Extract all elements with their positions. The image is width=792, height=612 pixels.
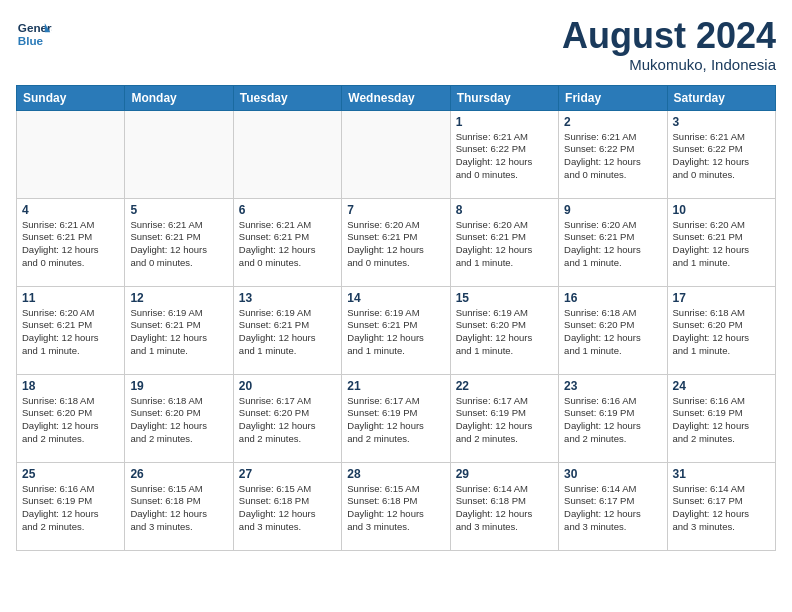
calendar-cell: [125, 110, 233, 198]
day-number: 26: [130, 467, 227, 481]
day-number: 3: [673, 115, 770, 129]
day-number: 23: [564, 379, 661, 393]
calendar-cell: 21Sunrise: 6:17 AM Sunset: 6:19 PM Dayli…: [342, 374, 450, 462]
location: Mukomuko, Indonesia: [562, 56, 776, 73]
calendar-cell: 19Sunrise: 6:18 AM Sunset: 6:20 PM Dayli…: [125, 374, 233, 462]
svg-text:Blue: Blue: [18, 34, 44, 47]
day-number: 10: [673, 203, 770, 217]
day-info: Sunrise: 6:14 AM Sunset: 6:17 PM Dayligh…: [673, 483, 770, 534]
calendar-cell: 29Sunrise: 6:14 AM Sunset: 6:18 PM Dayli…: [450, 462, 558, 550]
day-info: Sunrise: 6:20 AM Sunset: 6:21 PM Dayligh…: [456, 219, 553, 270]
calendar-cell: 30Sunrise: 6:14 AM Sunset: 6:17 PM Dayli…: [559, 462, 667, 550]
calendar-week-2: 4Sunrise: 6:21 AM Sunset: 6:21 PM Daylig…: [17, 198, 776, 286]
day-info: Sunrise: 6:17 AM Sunset: 6:20 PM Dayligh…: [239, 395, 336, 446]
day-info: Sunrise: 6:20 AM Sunset: 6:21 PM Dayligh…: [347, 219, 444, 270]
day-info: Sunrise: 6:19 AM Sunset: 6:21 PM Dayligh…: [239, 307, 336, 358]
calendar-table: SundayMondayTuesdayWednesdayThursdayFrid…: [16, 85, 776, 551]
day-info: Sunrise: 6:21 AM Sunset: 6:22 PM Dayligh…: [673, 131, 770, 182]
day-number: 14: [347, 291, 444, 305]
weekday-header-monday: Monday: [125, 85, 233, 110]
day-number: 19: [130, 379, 227, 393]
day-info: Sunrise: 6:18 AM Sunset: 6:20 PM Dayligh…: [673, 307, 770, 358]
calendar-cell: 6Sunrise: 6:21 AM Sunset: 6:21 PM Daylig…: [233, 198, 341, 286]
day-number: 22: [456, 379, 553, 393]
calendar-cell: 23Sunrise: 6:16 AM Sunset: 6:19 PM Dayli…: [559, 374, 667, 462]
day-info: Sunrise: 6:18 AM Sunset: 6:20 PM Dayligh…: [130, 395, 227, 446]
day-info: Sunrise: 6:17 AM Sunset: 6:19 PM Dayligh…: [347, 395, 444, 446]
day-info: Sunrise: 6:14 AM Sunset: 6:17 PM Dayligh…: [564, 483, 661, 534]
day-info: Sunrise: 6:15 AM Sunset: 6:18 PM Dayligh…: [130, 483, 227, 534]
calendar-cell: 13Sunrise: 6:19 AM Sunset: 6:21 PM Dayli…: [233, 286, 341, 374]
day-info: Sunrise: 6:16 AM Sunset: 6:19 PM Dayligh…: [22, 483, 119, 534]
day-number: 17: [673, 291, 770, 305]
day-info: Sunrise: 6:19 AM Sunset: 6:20 PM Dayligh…: [456, 307, 553, 358]
month-title: August 2024: [562, 16, 776, 56]
weekday-header-saturday: Saturday: [667, 85, 775, 110]
day-info: Sunrise: 6:20 AM Sunset: 6:21 PM Dayligh…: [22, 307, 119, 358]
calendar-cell: 31Sunrise: 6:14 AM Sunset: 6:17 PM Dayli…: [667, 462, 775, 550]
calendar-cell: 26Sunrise: 6:15 AM Sunset: 6:18 PM Dayli…: [125, 462, 233, 550]
day-number: 16: [564, 291, 661, 305]
calendar-cell: 9Sunrise: 6:20 AM Sunset: 6:21 PM Daylig…: [559, 198, 667, 286]
day-info: Sunrise: 6:19 AM Sunset: 6:21 PM Dayligh…: [130, 307, 227, 358]
day-info: Sunrise: 6:20 AM Sunset: 6:21 PM Dayligh…: [564, 219, 661, 270]
calendar-cell: [17, 110, 125, 198]
day-number: 18: [22, 379, 119, 393]
day-info: Sunrise: 6:21 AM Sunset: 6:21 PM Dayligh…: [239, 219, 336, 270]
day-info: Sunrise: 6:17 AM Sunset: 6:19 PM Dayligh…: [456, 395, 553, 446]
day-info: Sunrise: 6:21 AM Sunset: 6:22 PM Dayligh…: [564, 131, 661, 182]
calendar-cell: 25Sunrise: 6:16 AM Sunset: 6:19 PM Dayli…: [17, 462, 125, 550]
day-number: 21: [347, 379, 444, 393]
calendar-week-5: 25Sunrise: 6:16 AM Sunset: 6:19 PM Dayli…: [17, 462, 776, 550]
day-number: 5: [130, 203, 227, 217]
day-info: Sunrise: 6:20 AM Sunset: 6:21 PM Dayligh…: [673, 219, 770, 270]
calendar-week-1: 1Sunrise: 6:21 AM Sunset: 6:22 PM Daylig…: [17, 110, 776, 198]
calendar-week-3: 11Sunrise: 6:20 AM Sunset: 6:21 PM Dayli…: [17, 286, 776, 374]
calendar-week-4: 18Sunrise: 6:18 AM Sunset: 6:20 PM Dayli…: [17, 374, 776, 462]
logo-icon: General Blue: [16, 16, 52, 52]
day-info: Sunrise: 6:14 AM Sunset: 6:18 PM Dayligh…: [456, 483, 553, 534]
calendar-cell: 14Sunrise: 6:19 AM Sunset: 6:21 PM Dayli…: [342, 286, 450, 374]
day-info: Sunrise: 6:18 AM Sunset: 6:20 PM Dayligh…: [22, 395, 119, 446]
day-info: Sunrise: 6:15 AM Sunset: 6:18 PM Dayligh…: [239, 483, 336, 534]
day-info: Sunrise: 6:16 AM Sunset: 6:19 PM Dayligh…: [673, 395, 770, 446]
day-number: 11: [22, 291, 119, 305]
calendar-cell: 16Sunrise: 6:18 AM Sunset: 6:20 PM Dayli…: [559, 286, 667, 374]
day-info: Sunrise: 6:15 AM Sunset: 6:18 PM Dayligh…: [347, 483, 444, 534]
calendar-cell: 28Sunrise: 6:15 AM Sunset: 6:18 PM Dayli…: [342, 462, 450, 550]
day-number: 13: [239, 291, 336, 305]
calendar-cell: 12Sunrise: 6:19 AM Sunset: 6:21 PM Dayli…: [125, 286, 233, 374]
calendar-cell: 27Sunrise: 6:15 AM Sunset: 6:18 PM Dayli…: [233, 462, 341, 550]
day-number: 1: [456, 115, 553, 129]
weekday-header-tuesday: Tuesday: [233, 85, 341, 110]
calendar-cell: [342, 110, 450, 198]
calendar-cell: 5Sunrise: 6:21 AM Sunset: 6:21 PM Daylig…: [125, 198, 233, 286]
calendar-cell: 24Sunrise: 6:16 AM Sunset: 6:19 PM Dayli…: [667, 374, 775, 462]
calendar-cell: 22Sunrise: 6:17 AM Sunset: 6:19 PM Dayli…: [450, 374, 558, 462]
day-number: 27: [239, 467, 336, 481]
day-info: Sunrise: 6:21 AM Sunset: 6:21 PM Dayligh…: [130, 219, 227, 270]
calendar-cell: 2Sunrise: 6:21 AM Sunset: 6:22 PM Daylig…: [559, 110, 667, 198]
weekday-header-wednesday: Wednesday: [342, 85, 450, 110]
day-number: 12: [130, 291, 227, 305]
day-number: 31: [673, 467, 770, 481]
calendar-cell: 17Sunrise: 6:18 AM Sunset: 6:20 PM Dayli…: [667, 286, 775, 374]
calendar-cell: 3Sunrise: 6:21 AM Sunset: 6:22 PM Daylig…: [667, 110, 775, 198]
day-number: 25: [22, 467, 119, 481]
day-number: 8: [456, 203, 553, 217]
calendar-cell: 4Sunrise: 6:21 AM Sunset: 6:21 PM Daylig…: [17, 198, 125, 286]
day-number: 15: [456, 291, 553, 305]
calendar-cell: 18Sunrise: 6:18 AM Sunset: 6:20 PM Dayli…: [17, 374, 125, 462]
day-info: Sunrise: 6:18 AM Sunset: 6:20 PM Dayligh…: [564, 307, 661, 358]
weekday-header-thursday: Thursday: [450, 85, 558, 110]
calendar-cell: 11Sunrise: 6:20 AM Sunset: 6:21 PM Dayli…: [17, 286, 125, 374]
page-header: General Blue August 2024 Mukomuko, Indon…: [16, 16, 776, 73]
day-number: 6: [239, 203, 336, 217]
day-number: 9: [564, 203, 661, 217]
day-number: 24: [673, 379, 770, 393]
calendar-cell: 20Sunrise: 6:17 AM Sunset: 6:20 PM Dayli…: [233, 374, 341, 462]
day-info: Sunrise: 6:21 AM Sunset: 6:21 PM Dayligh…: [22, 219, 119, 270]
day-number: 20: [239, 379, 336, 393]
day-info: Sunrise: 6:19 AM Sunset: 6:21 PM Dayligh…: [347, 307, 444, 358]
day-number: 2: [564, 115, 661, 129]
